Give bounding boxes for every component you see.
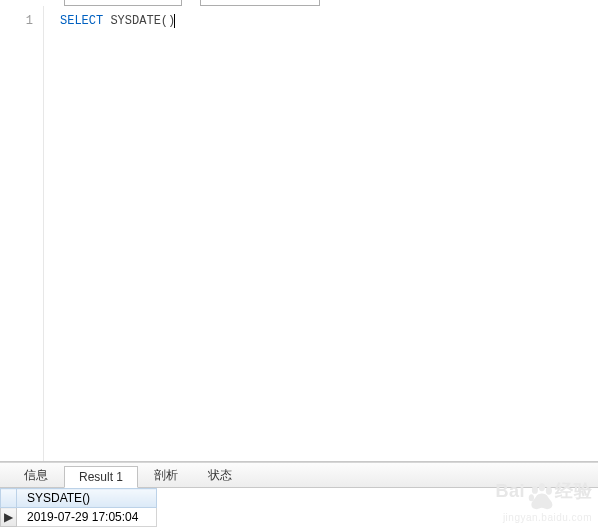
grid-corner — [1, 489, 17, 508]
tab-profile[interactable]: 剖析 — [140, 465, 192, 487]
cell-value[interactable]: 2019-07-29 17:05:04 — [17, 508, 157, 527]
watermark-brand-suffix: 经验 — [555, 481, 592, 501]
watermark: Bai经验 jingyan.baidu.com — [495, 482, 592, 523]
tab-info[interactable]: 信息 — [10, 465, 62, 487]
watermark-brand-prefix: Bai — [495, 481, 525, 501]
grid-header-row: SYSDATE() — [1, 489, 157, 508]
line-number: 1 — [0, 14, 33, 28]
code-area[interactable]: SELECT SYSDATE() — [44, 6, 598, 461]
svg-point-3 — [529, 494, 534, 501]
paw-icon — [527, 482, 555, 513]
app-root: 1 SELECT SYSDATE() 信息 Result 1 剖析 状态 SYS… — [0, 0, 598, 527]
row-marker: ▶ — [1, 508, 17, 527]
svg-point-2 — [546, 487, 552, 495]
tab-status[interactable]: 状态 — [194, 465, 246, 487]
column-header[interactable]: SYSDATE() — [17, 489, 157, 508]
result-grid[interactable]: SYSDATE() ▶ 2019-07-29 17:05:04 — [0, 488, 157, 527]
table-row[interactable]: ▶ 2019-07-29 17:05:04 — [1, 508, 157, 527]
svg-point-0 — [532, 486, 538, 494]
sql-function: SYSDATE — [110, 14, 160, 28]
sql-keyword: SELECT — [60, 14, 103, 28]
tab-result-1[interactable]: Result 1 — [64, 466, 138, 488]
line-gutter: 1 — [0, 6, 44, 461]
sql-editor: 1 SELECT SYSDATE() — [0, 6, 598, 462]
svg-point-1 — [539, 483, 545, 491]
watermark-url: jingyan.baidu.com — [495, 513, 592, 523]
sql-parens: () — [161, 14, 175, 28]
text-caret — [174, 14, 175, 28]
